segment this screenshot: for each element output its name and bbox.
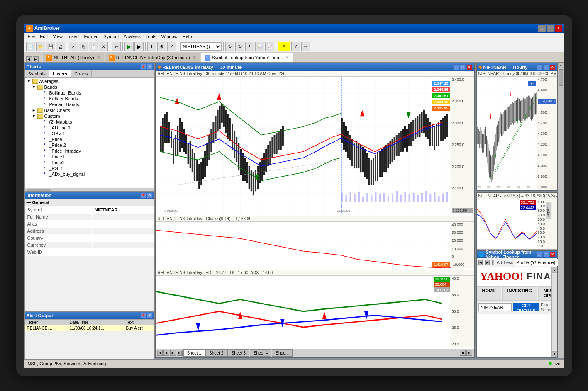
toolbar-refresh[interactable]: ↻	[225, 42, 234, 51]
toolbar-save[interactable]: 💾	[46, 42, 55, 51]
charts-panel-pin[interactable]: 📌	[140, 64, 146, 70]
info-panel-pin[interactable]: 📌	[140, 192, 146, 198]
tab-reliance[interactable]: R RELIANCE.NS-IntraDay (30-minute) ✕	[105, 53, 200, 62]
tree-price[interactable]: ƒ _Price	[26, 136, 154, 142]
expander-basic[interactable]: ►	[32, 108, 37, 113]
sheet-nav-3[interactable]: ►	[170, 350, 176, 356]
menu-edit[interactable]: Edit	[37, 33, 50, 41]
yahoo-minimize[interactable]: _	[537, 252, 542, 257]
tab-yahoo[interactable]: Y Symbol Lookup from Yahoo! Fina... ✕	[201, 53, 293, 62]
niftnear-close[interactable]: ✕	[550, 64, 556, 70]
symbol-select[interactable]: NIFTNEAR ()	[180, 42, 222, 51]
niftnear-minimize[interactable]: _	[537, 64, 542, 70]
yahoo-nav-back[interactable]: ◄	[478, 260, 483, 265]
alert-panel-close[interactable]: ✕	[147, 313, 153, 318]
yahoo-close[interactable]: ✕	[550, 252, 556, 257]
toolbar-run-green[interactable]: ▶	[124, 42, 134, 51]
sheet-scroll-left[interactable]: ◄	[460, 350, 466, 356]
alert-panel-pin[interactable]: 📌	[140, 313, 146, 318]
yahoo-address-input[interactable]	[515, 259, 564, 266]
toolbar-line[interactable]: ╱	[291, 42, 300, 51]
sheet-scroll-right[interactable]: ►	[466, 350, 472, 356]
toolbar-run-dark[interactable]: ▶	[134, 42, 144, 51]
tree-keltner[interactable]: ƒ Keltner Bands	[26, 96, 154, 102]
yahoo-scroll-down[interactable]: ▼	[552, 351, 557, 357]
toolbar-open[interactable]: 📂	[36, 42, 45, 51]
minimize-button[interactable]: _	[538, 25, 546, 32]
expander-custom[interactable]: ▼	[32, 114, 37, 119]
sheet-nav-4[interactable]: ►|	[177, 350, 183, 356]
menu-symbol[interactable]: Symbol	[101, 33, 121, 41]
info-panel-close[interactable]: ✕	[147, 192, 153, 198]
toolbar-chart1[interactable]: 📊	[255, 42, 264, 51]
menu-help[interactable]: Help	[180, 33, 195, 41]
tree-area[interactable]: ▼ 📁 Averages ▼ 📁 Bands ƒ Bollinge	[25, 78, 154, 188]
toolbar-alert[interactable]: !	[245, 42, 254, 51]
toolbar-undo[interactable]: ↩	[112, 42, 121, 51]
charts-panel-close[interactable]: ✕	[147, 64, 153, 70]
menu-format[interactable]: Format	[81, 33, 101, 41]
yahoo-get-quotes-button[interactable]: GET QUOTES	[513, 303, 539, 311]
tree-adx-buy[interactable]: ƒ _ADx_buy_signal	[26, 171, 154, 177]
toolbar-delete[interactable]: ✕	[99, 42, 108, 51]
tree-price2b[interactable]: ƒ _Price2	[26, 160, 154, 165]
tree-price2[interactable]: ƒ _Price 2	[26, 142, 154, 148]
expander-bands[interactable]: ▼	[32, 85, 37, 90]
tree-price1[interactable]: ƒ _Price1	[26, 154, 154, 160]
yahoo-nav-investing[interactable]: INVESTING	[502, 286, 537, 300]
reliance-maximize[interactable]: □	[460, 64, 466, 70]
toolbar-print[interactable]: 🖨	[56, 42, 65, 51]
sheet-tab-1[interactable]: Sheet 1	[183, 349, 205, 357]
toolbar-cut[interactable]: ✂	[69, 42, 78, 51]
tree-adline[interactable]: ƒ _ADLine 1	[26, 125, 154, 131]
menu-window[interactable]: Window	[159, 33, 180, 41]
sheet-nav-1[interactable]: |◄	[157, 350, 163, 356]
menu-tools[interactable]: Tools	[143, 33, 159, 41]
tree-percent-bands[interactable]: ƒ Percent Bands	[26, 102, 154, 107]
tree-price-intraday[interactable]: ƒ _Price_intraday	[26, 148, 154, 154]
tree-custom[interactable]: ▼ 📁 Custom	[26, 113, 154, 119]
menu-file[interactable]: File	[25, 33, 38, 41]
tree-obv[interactable]: ƒ _OBV 1	[26, 131, 154, 136]
toolbar-paste[interactable]: 📋	[89, 42, 98, 51]
side-scroll-up[interactable]: ▲	[558, 63, 564, 68]
content-scrollbar[interactable]: ▲ Intraday	[558, 63, 564, 358]
tab-nav-right[interactable]: ►	[33, 56, 39, 62]
toolbar-info[interactable]: ℹ	[147, 42, 156, 51]
toolbar-new[interactable]: 📄	[26, 42, 35, 51]
tab-layers[interactable]: Layers	[49, 70, 71, 77]
tab-charts[interactable]: Charts	[71, 70, 91, 77]
tree-basic-charts[interactable]: ► 📁 Basic Charts	[26, 107, 154, 113]
menu-insert[interactable]: Insert	[65, 33, 82, 41]
tab-symbols[interactable]: Symbols	[25, 70, 49, 77]
niftnear-maximize[interactable]: □	[543, 64, 549, 70]
tree-rsi[interactable]: ƒ _RSI 1	[26, 165, 154, 171]
yahoo-nav-news[interactable]: NEWS & OPINION	[538, 286, 551, 300]
toolbar-copy[interactable]: ⎘	[79, 42, 88, 51]
sheet-tab-3[interactable]: Sheet 3	[227, 349, 249, 357]
menu-view[interactable]: View	[50, 33, 65, 41]
sheet-nav-2[interactable]: ◄	[163, 350, 169, 356]
yahoo-nav-forward[interactable]: ►	[485, 260, 490, 265]
expander-averages[interactable]: ▼	[27, 79, 32, 84]
toolbar-draw[interactable]: ✏	[301, 42, 310, 51]
sheet-tab-2[interactable]: Sheet 2	[205, 349, 227, 357]
sheet-tab-4[interactable]: Sheet 4	[250, 349, 271, 357]
tree-bands[interactable]: ▼ 📁 Bands	[26, 84, 154, 90]
yahoo-search-input[interactable]	[478, 303, 512, 311]
close-button[interactable]: ✕	[555, 25, 562, 32]
tree-mabiuts[interactable]: ƒ (2) Mabiuts	[26, 119, 154, 125]
tab-niftnear[interactable]: N NIFTNEAR (Hourly) ✕	[43, 53, 104, 62]
maximize-button[interactable]: □	[547, 25, 554, 32]
yahoo-nav-home[interactable]: HOME	[477, 286, 501, 300]
toolbar-settings[interactable]: ⚙	[157, 42, 166, 51]
toolbar-refresh2[interactable]: ↻	[235, 42, 244, 51]
yahoo-nav-bar-icon[interactable]: |	[492, 260, 494, 265]
reliance-close[interactable]: ✕	[466, 64, 472, 70]
reliance-minimize[interactable]: _	[453, 64, 459, 70]
yahoo-scrollbar[interactable]: ▲ ▼	[551, 267, 557, 357]
tab-nav-left[interactable]: ◄	[26, 56, 32, 62]
sheet-tab-5[interactable]: Shee...	[272, 349, 293, 357]
menu-analysis[interactable]: Analysis	[121, 33, 143, 41]
toolbar-help2[interactable]: ?	[167, 42, 176, 51]
